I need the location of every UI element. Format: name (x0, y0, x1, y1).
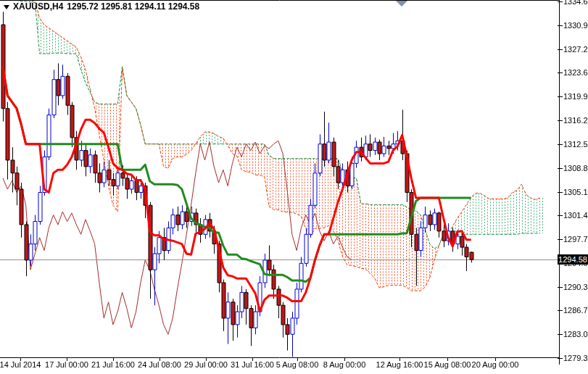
time-axis-label: 31 Jul 16:00 (231, 360, 274, 369)
time-axis-label: 24 Jul 08:00 (138, 360, 181, 369)
price-axis-border (559, 0, 560, 365)
symbol-dropdown-icon[interactable] (4, 5, 9, 9)
time-axis-label: 17 Jul 00:00 (45, 360, 88, 369)
price-axis-label: 1334.60 (563, 0, 588, 6)
price-axis-label: 1308.80 (563, 164, 588, 173)
price-axis-label: 1286.70 (563, 306, 588, 315)
price-axis-label: 1279.30 (563, 354, 588, 362)
price-axis-label: 1312.50 (563, 140, 588, 149)
current-price-badge: 1294.58 (558, 254, 588, 265)
ohlc-quote: 1295.72 1295.81 1294.11 1294.58 (67, 1, 199, 12)
price-axis-label: 1319.90 (563, 92, 588, 101)
price-axis-label: 1323.60 (563, 68, 588, 77)
chart-canvas[interactable] (0, 0, 560, 366)
time-axis-label: 15 Aug 08:00 (424, 360, 471, 369)
price-axis-label: 1297.70 (563, 235, 588, 244)
price-axis-label: 1290.30 (563, 283, 588, 291)
price-axis-label: 1283.00 (563, 330, 588, 338)
price-axis-label: 1301.40 (563, 211, 588, 220)
time-axis-label: 14 Jul 2014 (0, 360, 41, 369)
chart-shift-marker-icon[interactable] (396, 1, 407, 7)
price-axis-label: 1330.90 (563, 21, 588, 30)
time-axis-label: 29 Jul 00:00 (184, 360, 228, 369)
price-axis-label: 1316.20 (563, 116, 588, 125)
time-axis-label: 20 Aug 00:00 (472, 360, 519, 369)
time-axis-label: 12 Aug 16:00 (376, 360, 423, 369)
time-axis-label: 8 Aug 00:00 (323, 360, 366, 369)
chart-window: XAUUSD,H4 1295.72 1295.81 1294.11 1294.5… (0, 0, 588, 374)
current-price-value: 1294.58 (558, 255, 587, 264)
symbol-title: XAUUSD,H4 1295.72 1295.81 1294.11 1294.5… (4, 1, 199, 12)
symbol-label: XAUUSD,H4 (13, 1, 63, 12)
time-axis-label: 5 Aug 08:00 (276, 360, 319, 369)
time-axis-label: 21 Jul 16:00 (91, 360, 135, 369)
price-axis-label: 1327.20 (563, 45, 588, 54)
price-axis-label: 1305.10 (563, 188, 588, 196)
